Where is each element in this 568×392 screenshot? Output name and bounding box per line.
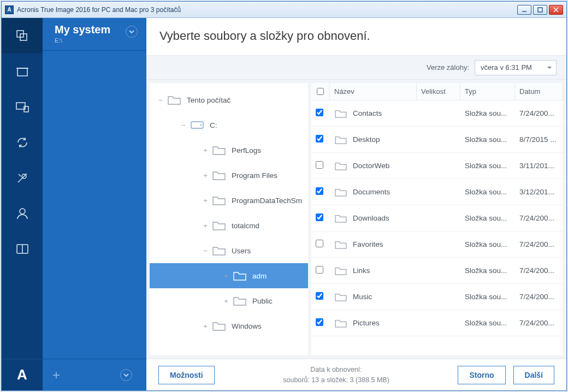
folder-icon bbox=[233, 295, 247, 306]
header-size[interactable]: Velikost bbox=[417, 83, 460, 100]
data-info: Data k obnovení: souborů: 13 a složek: 3… bbox=[222, 365, 451, 385]
rail-tools-icon[interactable] bbox=[2, 160, 43, 195]
folder-icon bbox=[334, 109, 347, 118]
row-checkbox[interactable] bbox=[311, 213, 330, 223]
row-type: Složka sou... bbox=[460, 188, 515, 196]
next-button[interactable]: Další bbox=[513, 366, 554, 384]
tree-expander[interactable]: + bbox=[223, 298, 229, 304]
folder-icon bbox=[334, 266, 347, 276]
folder-icon bbox=[334, 318, 347, 328]
brand-logo: A bbox=[2, 359, 43, 390]
row-checkbox[interactable] bbox=[311, 161, 330, 170]
row-checkbox[interactable] bbox=[311, 266, 330, 275]
list-item[interactable]: DoctorWeb Složka sou... 3/11/201... bbox=[311, 153, 563, 179]
row-date: 7/24/200... bbox=[515, 109, 563, 117]
minimize-button[interactable] bbox=[517, 5, 531, 15]
row-name: Documents bbox=[353, 188, 390, 196]
row-type: Složka sou... bbox=[460, 240, 515, 248]
tree-expander[interactable]: + bbox=[202, 222, 209, 229]
maximize-button[interactable] bbox=[533, 5, 547, 15]
row-name: DoctorWeb bbox=[353, 162, 389, 170]
tree-folder-public[interactable]: +Public bbox=[150, 288, 308, 313]
tree-expander[interactable]: + bbox=[202, 172, 209, 179]
cancel-button[interactable]: Storno bbox=[458, 366, 505, 384]
tree-folder-programdatatechsm[interactable]: +ProgramDataTechSm bbox=[150, 188, 308, 213]
side-expand-icon[interactable] bbox=[126, 26, 138, 38]
folder-icon bbox=[212, 220, 226, 231]
row-checkbox[interactable] bbox=[311, 318, 330, 328]
list-item[interactable]: Documents Složka sou... 3/12/201... bbox=[311, 179, 563, 205]
tree-folder-windows[interactable]: +Windows bbox=[150, 313, 308, 338]
row-type: Složka sou... bbox=[460, 109, 515, 117]
tree-label: PerfLogs bbox=[232, 146, 261, 155]
row-type: Složka sou... bbox=[460, 162, 515, 170]
row-checkbox[interactable] bbox=[311, 187, 330, 197]
options-button[interactable]: Možnosti bbox=[158, 366, 215, 384]
row-checkbox[interactable] bbox=[311, 135, 330, 144]
side-panel: My system E:\ + bbox=[43, 18, 146, 390]
tree-label: Public bbox=[252, 297, 273, 305]
folder-icon bbox=[334, 161, 347, 171]
row-name: Music bbox=[353, 293, 372, 301]
rail-archive-icon[interactable] bbox=[2, 54, 43, 89]
row-name: Desktop bbox=[353, 135, 380, 144]
row-type: Složka sou... bbox=[460, 135, 515, 144]
list-item[interactable]: Music Složka sou... 7/24/200... bbox=[311, 284, 563, 310]
tree-folder-totalcmd[interactable]: +totalcmd bbox=[150, 213, 308, 238]
version-select[interactable]: včera v 6:31 PM bbox=[475, 60, 557, 75]
rail-account-icon[interactable] bbox=[2, 195, 43, 231]
tree-expander[interactable]: − bbox=[157, 97, 164, 103]
tree-expander[interactable]: + bbox=[202, 323, 209, 329]
tree-root[interactable]: −Tento počítač bbox=[150, 87, 308, 112]
svg-point-15 bbox=[200, 124, 202, 126]
row-checkbox[interactable] bbox=[311, 109, 330, 118]
row-checkbox[interactable] bbox=[311, 240, 330, 249]
row-date: 7/24/200... bbox=[515, 214, 563, 222]
header-date[interactable]: Datum bbox=[515, 83, 563, 100]
rail-help-icon[interactable] bbox=[2, 231, 43, 266]
list-item[interactable]: Contacts Složka sou... 7/24/200... bbox=[311, 100, 563, 127]
row-type: Složka sou... bbox=[460, 214, 515, 222]
folder-icon bbox=[233, 270, 247, 281]
tree-label: Tento počítač bbox=[187, 96, 230, 104]
rail-sync-icon[interactable] bbox=[2, 124, 43, 160]
list-item[interactable]: Desktop Složka sou... 8/7/2015 ... bbox=[311, 127, 563, 153]
app-icon: A bbox=[5, 5, 14, 14]
folder-icon bbox=[334, 187, 347, 197]
rail-backup-icon[interactable] bbox=[2, 18, 43, 54]
rail-sync-devices-icon[interactable] bbox=[2, 89, 43, 124]
row-date: 7/24/200... bbox=[515, 240, 563, 248]
tree-folder-program-files[interactable]: +Program Files bbox=[150, 163, 308, 188]
folder-icon bbox=[212, 195, 226, 206]
folder-icon bbox=[334, 213, 347, 223]
row-name: Pictures bbox=[353, 319, 380, 327]
tree-expander[interactable]: − bbox=[180, 122, 187, 128]
version-label: Verze zálohy: bbox=[427, 63, 469, 72]
tree-expander[interactable]: + bbox=[202, 197, 209, 204]
side-foot-expand-icon[interactable] bbox=[120, 369, 132, 381]
tree-folder-users[interactable]: −Users bbox=[150, 238, 308, 263]
header-type[interactable]: Typ bbox=[460, 83, 515, 100]
svg-point-11 bbox=[20, 209, 25, 214]
list-item[interactable]: Favorites Složka sou... 7/24/200... bbox=[311, 231, 563, 258]
tree-expander[interactable]: + bbox=[202, 147, 209, 153]
tree-drive[interactable]: −C: bbox=[150, 112, 308, 138]
close-button[interactable] bbox=[549, 5, 563, 15]
svg-rect-1 bbox=[538, 8, 542, 12]
list-item[interactable]: Downloads Složka sou... 7/24/200... bbox=[311, 205, 563, 231]
svg-rect-6 bbox=[17, 68, 27, 76]
add-button[interactable]: + bbox=[52, 367, 60, 383]
row-type: Složka sou... bbox=[460, 266, 515, 275]
tree-folder-adm[interactable]: +adm bbox=[150, 263, 308, 288]
header-checkbox[interactable] bbox=[311, 83, 330, 100]
list-item[interactable]: Links Složka sou... 7/24/200... bbox=[311, 258, 563, 284]
nav-rail: A bbox=[2, 18, 43, 390]
header-name[interactable]: Název bbox=[330, 83, 417, 100]
tree-expander[interactable]: + bbox=[223, 272, 229, 279]
list-pane: Název Velikost Typ Datum Contacts Složka… bbox=[311, 83, 563, 355]
row-checkbox[interactable] bbox=[311, 292, 330, 301]
tree-expander[interactable]: − bbox=[202, 247, 209, 254]
titlebar: A Acronis True Image 2016 for PC and Mac… bbox=[2, 2, 566, 18]
list-item[interactable]: Pictures Složka sou... 7/24/200... bbox=[311, 310, 563, 336]
tree-folder-perflogs[interactable]: +PerfLogs bbox=[150, 138, 308, 163]
